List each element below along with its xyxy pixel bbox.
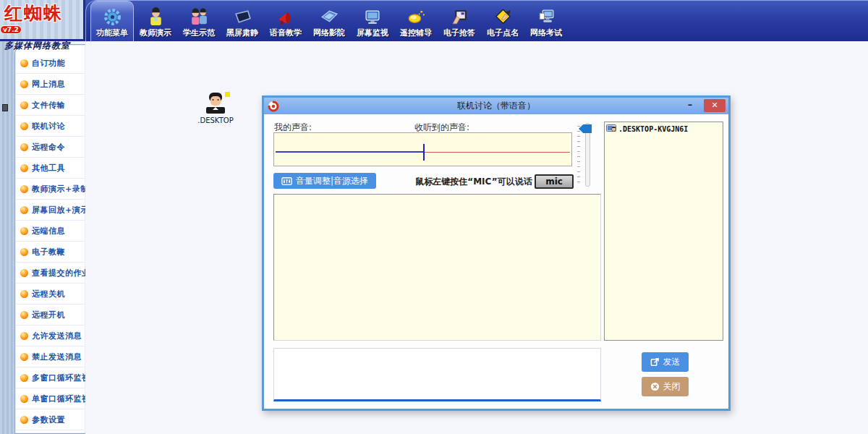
orange-ball-icon	[20, 269, 28, 277]
app-logo-title: 红蜘蛛	[4, 1, 63, 25]
sidebar-item-allow-messages[interactable]: 允许发送消息	[15, 326, 85, 346]
toolbar-item-screen-monitor[interactable]: 屏幕监视	[351, 1, 394, 41]
minimize-button[interactable]: –	[682, 99, 698, 112]
orange-ball-icon	[20, 290, 28, 298]
sidebar-item-file-transfer[interactable]: 文件传输	[15, 95, 85, 116]
spider-logo-icon	[268, 101, 279, 112]
my-voice-line	[276, 151, 425, 153]
orange-ball-icon	[20, 227, 28, 235]
roll-call-icon	[493, 7, 513, 27]
orange-ball-icon	[20, 248, 28, 256]
slider-ticks	[577, 126, 580, 187]
member-list-panel: .DESKTOP-KVGJN6I	[604, 122, 723, 341]
member-computer-icon	[606, 124, 616, 133]
orange-ball-icon	[20, 143, 28, 151]
orange-ball-icon	[20, 80, 28, 88]
sidebar-item-online-discussion[interactable]: 联机讨论	[15, 116, 85, 137]
waveform-marker	[423, 144, 425, 161]
volume-slider[interactable]	[577, 122, 593, 188]
top-toolbar: 功能菜单 教师演示 学生示范 黑屏肃静 语音教学 网络影院 屏幕监视 遥控辅导	[0, 0, 868, 41]
film-icon	[320, 7, 339, 27]
toolbar-item-label: 功能菜单	[96, 27, 128, 38]
sidebar-item-online-message[interactable]: 网上消息	[15, 74, 85, 95]
member-name: .DESKTOP-KVGJN6I	[618, 125, 688, 133]
sidebar-item-teacher-demo-record[interactable]: 教师演示+录制	[15, 179, 85, 200]
toolbar-item-label: 电子抢答	[443, 27, 475, 38]
avatar-icon	[203, 92, 228, 114]
sidebar-item-parameter-settings[interactable]: 参数设置	[15, 409, 85, 430]
sidebar-item-multiwindow-monitor[interactable]: 多窗口循环监视	[15, 367, 85, 388]
status-flag-icon	[225, 92, 230, 97]
sidebar-item-remote-shutdown[interactable]: 远程关机	[15, 284, 85, 305]
orange-ball-icon	[20, 206, 28, 214]
gear-icon	[103, 7, 122, 27]
send-icon	[650, 357, 660, 367]
toolbar-item-quiz-buzzer[interactable]: 电子抢答	[438, 1, 481, 41]
toolbar-item-remote-tutoring[interactable]: 遥控辅导	[394, 1, 438, 41]
toolbar-item-label: 遥控辅导	[400, 27, 432, 38]
chat-history-area	[273, 194, 601, 341]
mixer-icon	[281, 177, 292, 185]
toolbar-item-label: 黑屏肃静	[226, 27, 258, 38]
close-dialog-button[interactable]: 关闭	[642, 377, 689, 396]
sidebar-item-remote-poweron[interactable]: 远程开机	[15, 305, 85, 326]
sidebar-item-other-tools[interactable]: 其他工具	[15, 158, 85, 179]
close-window-button[interactable]: ✕	[704, 99, 726, 112]
voice-waveform-display	[273, 132, 572, 166]
teacher-icon	[146, 7, 166, 27]
sidebar-item-singlewindow-monitor[interactable]: 单窗口循环监视	[15, 388, 85, 409]
orange-ball-icon	[20, 122, 28, 130]
orange-ball-icon	[20, 59, 28, 67]
sidebar-item-forbid-messages[interactable]: 禁止发送消息	[15, 346, 85, 367]
mic-push-to-talk-button[interactable]: mic	[535, 174, 574, 189]
toolbar-item-label: 网络考试	[530, 27, 562, 38]
orange-ball-icon	[20, 332, 28, 340]
toolbar-item-label: 电子点名	[487, 27, 519, 38]
orange-ball-icon	[20, 101, 28, 109]
toolbar-item-label: 屏幕监视	[357, 27, 388, 38]
orange-ball-icon	[20, 311, 28, 319]
sidebar-item-electronic-pointer[interactable]: 电子教鞭	[15, 242, 85, 263]
toolbar-item-network-exam[interactable]: 网络考试	[524, 1, 568, 41]
buzzer-hand-icon	[450, 7, 469, 27]
blank-screen-icon	[233, 7, 252, 27]
app-logo-subtitle: 多媒体网络教室	[4, 40, 79, 52]
slider-thumb[interactable]	[579, 124, 592, 133]
send-button[interactable]: 发送	[642, 352, 689, 372]
toolbar-item-label: 语音教学	[270, 27, 302, 38]
message-input[interactable]	[273, 348, 601, 401]
sidebar-item-remote-info[interactable]: 远端信息	[15, 221, 85, 242]
toolbar-item-teacher-demo[interactable]: 教师演示	[134, 1, 177, 41]
students-icon	[190, 7, 209, 27]
toolbar-button-strip: 功能菜单 教师演示 学生示范 黑屏肃静 语音教学 网络影院 屏幕监视 遥控辅导	[85, 0, 868, 41]
sidebar-item-remote-command[interactable]: 远程命令	[15, 137, 85, 158]
toolbar-item-label: 教师演示	[140, 27, 171, 38]
computer-name-label: .DESKTOP	[194, 116, 237, 124]
sidebar-item-custom-functions[interactable]: 自订功能	[15, 53, 85, 74]
partial-desktop-icon	[2, 104, 8, 111]
dialog-title: 联机讨论（带语音）	[264, 100, 728, 112]
toolbar-item-function-menu[interactable]: 功能菜单	[90, 1, 134, 41]
member-list-item[interactable]: .DESKTOP-KVGJN6I	[606, 124, 721, 133]
desktop-edge-strip	[0, 41, 14, 434]
volume-adjust-button[interactable]: 音量调整|音源选择	[273, 173, 376, 189]
orange-ball-icon	[20, 185, 28, 193]
toolbar-item-blank-screen[interactable]: 黑屏肃静	[221, 1, 264, 41]
sidebar-item-screen-replay-demo[interactable]: 屏幕回放+演示	[15, 200, 85, 221]
toolbar-item-label: 网络影院	[313, 27, 345, 38]
toolbar-item-label: 学生示范	[183, 27, 215, 38]
orange-ball-icon	[20, 395, 28, 403]
monitor-icon	[363, 7, 383, 27]
orange-ball-icon	[20, 416, 28, 424]
received-voice-line	[423, 152, 570, 153]
app-version-badge: v7.2	[0, 25, 22, 34]
discussion-dialog: 联机讨论（带语音） – ✕ 我的声音: 收听到的声音: 音量调整|音源选择 鼠标…	[262, 95, 731, 411]
toolbar-item-student-demo[interactable]: 学生示范	[177, 1, 221, 41]
toolbar-item-roll-call[interactable]: 电子点名	[481, 1, 524, 41]
toolbar-item-network-cinema[interactable]: 网络影院	[307, 1, 351, 41]
student-computer-icon[interactable]: .DESKTOP	[194, 92, 237, 124]
sidebar-item-view-homework[interactable]: 查看提交的作业	[15, 263, 85, 284]
orange-ball-icon	[20, 164, 28, 172]
toolbar-item-voice-teaching[interactable]: 语音教学	[264, 1, 307, 41]
dialog-titlebar[interactable]: 联机讨论（带语音） – ✕	[264, 98, 728, 114]
